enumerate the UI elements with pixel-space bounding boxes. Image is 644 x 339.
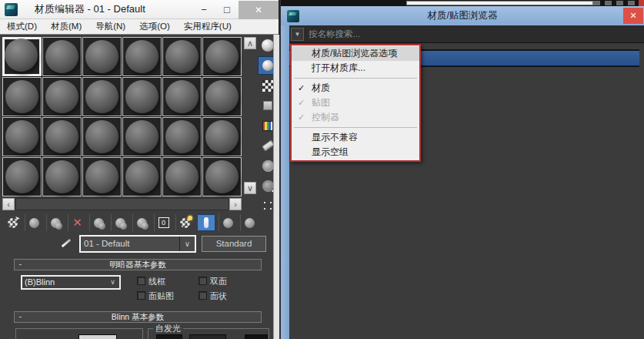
material-sphere (45, 160, 78, 193)
check-icon: ✓ (298, 110, 305, 125)
window-title: 材质编辑器 - 01 - Default (35, 2, 145, 16)
self-illum-spinner[interactable] (189, 334, 226, 339)
material-sphere (45, 40, 78, 73)
material-sample-slot[interactable] (162, 77, 202, 116)
material-type-button[interactable]: Standard (202, 236, 266, 252)
menu-item-materials[interactable]: ✓ 材质 (292, 81, 419, 96)
wire-checkbox[interactable] (137, 277, 145, 285)
browser-titlebar[interactable]: 材质/贴图浏览器 ✕ (281, 6, 644, 25)
material-sample-slot[interactable] (202, 37, 242, 76)
material-sample-slot[interactable] (202, 157, 242, 196)
show-shaded-in-viewport-icon[interactable] (175, 214, 194, 231)
wire-label: 线框 (148, 276, 165, 287)
go-to-parent-icon[interactable] (219, 214, 237, 231)
horizontal-scrollbar[interactable] (15, 198, 229, 210)
menu-navigation[interactable]: 导航(N) (88, 21, 132, 32)
make-unique-icon[interactable] (111, 214, 129, 231)
material-name-row: 01 - Default ∨ Standard (0, 234, 279, 254)
menu-item-open-material-library[interactable]: 打开材质库... (292, 61, 419, 76)
material-sample-slot[interactable] (122, 117, 162, 156)
material-name-value: 01 - Default (81, 237, 179, 251)
search-input[interactable]: 按名称搜索... (309, 29, 360, 40)
material-sphere (85, 80, 118, 113)
material-sphere (125, 120, 158, 153)
material-sample-slot[interactable] (122, 77, 162, 116)
material-sample-slot[interactable] (162, 37, 202, 76)
collapse-icon[interactable]: - (17, 261, 24, 268)
material-sample-slot[interactable] (202, 77, 242, 116)
background-close-sliver (639, 0, 644, 6)
material-sample-slot[interactable] (2, 37, 42, 76)
browser-close-button[interactable]: ✕ (623, 8, 643, 24)
chevron-down-icon[interactable]: ∨ (179, 237, 195, 251)
menu-mode[interactable]: 模式(D) (0, 21, 44, 32)
pick-material-eyedropper-icon[interactable] (60, 237, 72, 250)
menu-separator (294, 78, 417, 79)
rollout-blinn-basic-params[interactable]: - Blinn 基本参数 (14, 311, 262, 323)
go-forward-sibling-icon[interactable] (240, 214, 259, 231)
search-bar: ▼ 按名称搜索... (289, 25, 644, 43)
material-sample-slot[interactable] (42, 157, 82, 196)
material-sample-slot[interactable] (42, 117, 82, 156)
close-button[interactable]: ✕ (239, 1, 279, 19)
scroll-down-icon[interactable]: ∨ (244, 182, 256, 194)
browser-options-dropdown-icon[interactable]: ▼ (291, 28, 304, 41)
self-illum-color-swatch[interactable] (245, 334, 268, 339)
minimize-button[interactable]: − (192, 1, 215, 19)
faceted-label: 面状 (210, 290, 227, 302)
background-search-field (406, 1, 593, 5)
reset-map-icon[interactable]: ✕ (68, 214, 86, 231)
material-sample-slot[interactable] (2, 77, 42, 116)
material-sample-slot[interactable] (82, 157, 122, 196)
self-illum-checkbox-area[interactable] (156, 334, 182, 339)
material-sample-slot[interactable] (202, 117, 242, 156)
chevron-down-icon[interactable]: ∨ (106, 277, 119, 288)
material-sphere (205, 40, 239, 73)
make-material-copy-icon[interactable] (89, 214, 108, 231)
scroll-up-icon[interactable]: ∧ (244, 37, 256, 49)
menu-item-show-empty-groups[interactable]: 显示空组 (292, 145, 419, 159)
menu-options[interactable]: 选项(O) (132, 21, 177, 32)
material-sample-slot[interactable] (122, 157, 162, 196)
menu-item-show-incompatible[interactable]: 显示不兼容 (292, 130, 419, 145)
assign-material-to-selection-icon[interactable] (46, 214, 65, 231)
material-sample-slot[interactable] (42, 77, 82, 116)
material-sphere (125, 160, 158, 193)
maximize-button[interactable]: □ (215, 1, 239, 19)
material-sample-slot[interactable] (82, 37, 122, 76)
material-sphere (125, 40, 158, 73)
two-sided-checkbox[interactable] (199, 277, 207, 285)
scroll-left-icon[interactable]: ‹ (2, 198, 15, 210)
browser-window-frame (281, 6, 289, 339)
background-toolbar-icons (593, 1, 635, 5)
lock-button[interactable] (78, 334, 117, 339)
menu-material[interactable]: 材质(M) (44, 21, 88, 32)
get-material-icon[interactable]: ➤ (3, 214, 22, 231)
put-to-library-icon[interactable] (132, 214, 151, 231)
face-map-checkbox[interactable] (137, 291, 145, 300)
show-end-result-icon[interactable] (197, 214, 215, 231)
material-sample-slot[interactable] (122, 37, 162, 76)
shader-type-dropdown[interactable]: (B)Blinn ∨ (21, 275, 121, 290)
material-sample-slot[interactable] (2, 117, 42, 156)
menu-item-browser-options[interactable]: 材质/贴图浏览器选项 (292, 46, 419, 61)
rollout-shader-basic-params[interactable]: - 明暗器基本参数 (14, 259, 262, 270)
material-sample-slot[interactable] (2, 157, 42, 196)
material-editor-titlebar[interactable]: 材质编辑器 - 01 - Default − □ ✕ (0, 0, 279, 19)
material-sample-slot[interactable] (162, 157, 202, 196)
material-sample-slot[interactable] (162, 117, 202, 156)
menu-item-maps[interactable]: ✓ 贴图 (292, 96, 419, 110)
faceted-checkbox[interactable] (199, 291, 207, 300)
material-sample-slot[interactable] (82, 77, 122, 116)
menu-utilities[interactable]: 实用程序(U) (177, 21, 239, 32)
material-id-channel-icon[interactable]: 0 (154, 214, 172, 231)
material-sample-slot[interactable] (82, 117, 122, 156)
scroll-right-icon[interactable]: › (229, 198, 242, 210)
collapse-icon[interactable]: - (17, 314, 24, 321)
editor-vertical-scrollbar[interactable] (273, 35, 279, 339)
material-name-dropdown[interactable]: 01 - Default ∨ (79, 235, 196, 253)
menu-item-controllers[interactable]: ✓ 控制器 (292, 110, 419, 125)
material-sample-slot[interactable] (42, 37, 82, 76)
put-material-to-scene-icon[interactable] (25, 214, 43, 231)
check-icon: ✓ (298, 81, 305, 96)
